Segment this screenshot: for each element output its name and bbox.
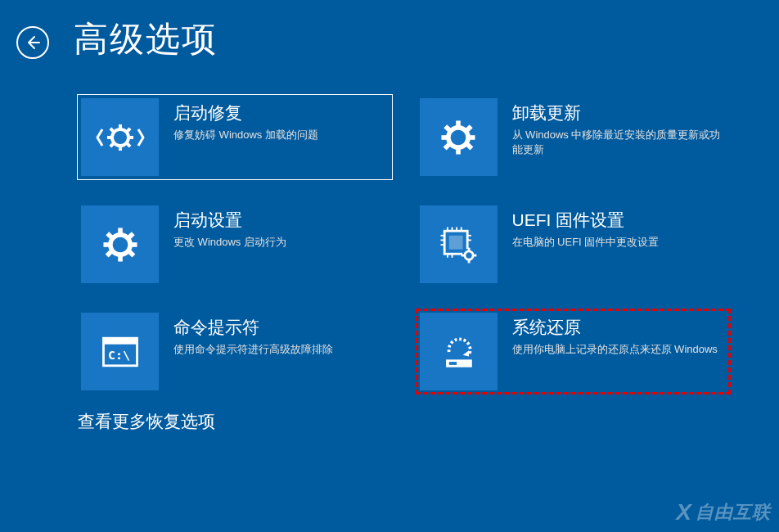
svg-rect-2 [107,136,112,139]
svg-rect-40 [462,254,466,256]
tile-uninstall-updates[interactable]: 卸载更新 从 Windows 中移除最近安装的质量更新或功能更新 [417,95,731,179]
tile-desc: 使用命令提示符进行高级故障排除 [173,342,386,357]
startup-settings-icon [81,205,159,283]
back-button[interactable] [16,26,49,59]
svg-text:C:\: C:\ [108,348,130,363]
svg-rect-1 [119,146,122,151]
svg-rect-25 [449,235,463,249]
svg-rect-3 [128,136,133,139]
svg-rect-10 [441,135,448,140]
svg-rect-17 [118,254,123,261]
svg-rect-18 [103,242,110,247]
svg-rect-9 [456,147,461,154]
svg-rect-16 [118,228,123,235]
startup-repair-icon [81,98,159,176]
tile-title: 命令提示符 [173,316,389,339]
tile-startup-repair[interactable]: 启动修复 修复妨碍 Windows 加载的问题 [78,95,392,179]
watermark-text: 自由互联 [696,500,771,525]
svg-rect-0 [119,124,122,129]
svg-rect-19 [129,242,137,247]
arrow-left-icon [25,34,41,51]
tile-title: 启动设置 [173,209,389,232]
options-grid: 启动修复 修复妨碍 Windows 加载的问题 卸载更新 从 Windows 中… [0,62,779,394]
tile-desc: 修复妨碍 Windows 加载的问题 [173,128,386,142]
uefi-firmware-icon [420,205,498,283]
svg-rect-38 [468,247,471,251]
tile-startup-settings[interactable]: 启动设置 更改 Windows 启动行为 [78,202,392,286]
tile-desc: 使用你电脑上记录的还原点来还原 Windows [512,342,725,357]
tile-desc: 在电脑的 UEFI 固件中更改设置 [512,235,725,250]
tile-desc: 更改 Windows 启动行为 [173,235,386,250]
tile-title: UEFI 固件设置 [512,209,727,232]
command-prompt-icon: C:\ [81,313,159,390]
tile-title: 启动修复 [173,101,389,124]
more-recovery-options-link[interactable]: 查看更多恢复选项 [0,394,779,433]
page-title: 高级选项 [74,16,218,62]
tile-system-restore[interactable]: 系统还原 使用你电脑上记录的还原点来还原 Windows [417,309,731,394]
tile-title: 卸载更新 [512,101,727,124]
svg-rect-41 [473,254,477,256]
watermark: X 自由互联 [676,499,771,525]
svg-rect-11 [467,135,475,140]
tile-uefi-firmware[interactable]: UEFI 固件设置 在电脑的 UEFI 固件中更改设置 [417,202,731,286]
watermark-logo-icon: X [676,499,692,525]
svg-rect-43 [103,338,137,344]
system-restore-icon [420,313,498,390]
uninstall-updates-icon [420,98,498,176]
tile-desc: 从 Windows 中移除最近安装的质量更新或功能更新 [512,128,725,157]
tile-title: 系统还原 [512,316,727,339]
svg-rect-8 [456,120,461,128]
svg-rect-46 [449,362,457,365]
svg-rect-39 [468,259,471,263]
tile-command-prompt[interactable]: C:\ 命令提示符 使用命令提示符进行高级故障排除 [78,309,392,394]
